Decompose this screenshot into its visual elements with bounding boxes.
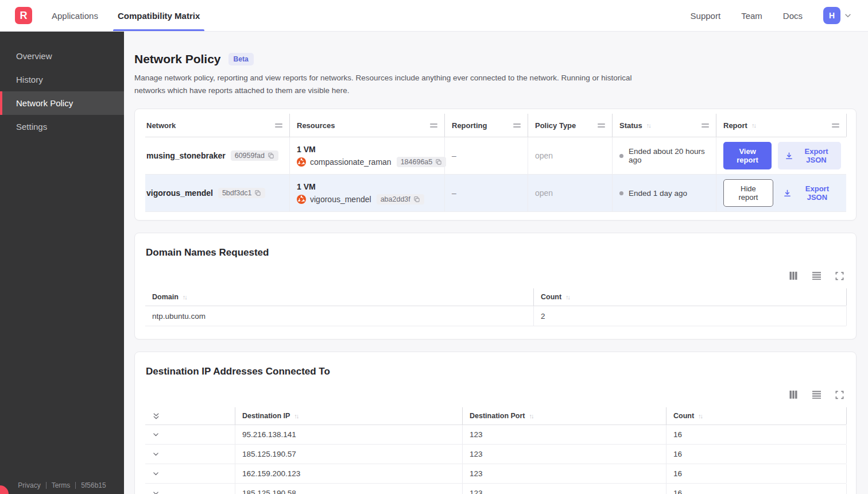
hash-badge[interactable]: 184696a5 [397,157,447,167]
hide-report-button[interactable]: Hide report [723,179,773,207]
column-header-report[interactable]: Report [716,114,847,137]
column-menu-icon[interactable] [274,121,284,130]
network-name: vigorous_mendel [146,188,213,198]
export-json-button[interactable]: Export JSON [780,179,841,207]
row-expander[interactable] [145,425,235,444]
column-header-resources[interactable]: Resources [290,114,445,137]
tab-compatibility-matrix[interactable]: Compatibility Matrix [118,0,200,31]
network-name: musing_stonebraker [146,151,226,160]
vm-count: 1 VM [297,182,316,191]
dest-ip-card: Destination IP Addresses Connected To De… [134,352,857,494]
copy-icon[interactable] [435,159,442,165]
copy-icon[interactable] [254,190,261,196]
column-header-destination-port[interactable]: Destination Port [463,407,666,424]
column-header-status[interactable]: Status [613,114,716,137]
chevron-down-icon[interactable] [152,489,160,494]
row-expander[interactable] [145,484,235,494]
count-cell: 16 [666,425,847,444]
column-menu-icon[interactable] [596,121,606,130]
reporting-cell: – [445,175,528,211]
export-json-button[interactable]: Export JSON [778,142,841,169]
domains-toolbar [145,271,844,280]
resources-cell: 1 VM vigorous_mendel aba2dd3f [290,175,445,211]
copy-icon[interactable] [413,196,420,203]
sidebar-footer: Privacy Terms 5f56b15 [0,481,124,489]
chevron-down-icon[interactable] [152,450,160,458]
row-expander[interactable] [145,445,235,464]
density-icon[interactable] [812,390,822,399]
ubuntu-icon [297,157,306,167]
topbar: R Applications Compatibility Matrix Supp… [0,0,868,32]
dest-ip-row: 162.159.200.123 123 16 [145,464,846,484]
team-link[interactable]: Team [741,11,762,21]
ip-cell: 162.159.200.123 [235,464,463,483]
column-header-count[interactable]: Count [534,288,847,306]
sort-icon[interactable] [529,412,533,419]
network-row: musing_stonebraker 60959fad 1 VM compass… [145,137,846,175]
status-dot-icon [619,154,623,158]
sort-icon[interactable] [565,294,569,300]
row-expander[interactable] [145,464,235,483]
policy-type-cell: open [528,137,613,174]
sort-icon[interactable] [751,122,755,129]
sidebar-item-settings[interactable]: Settings [0,115,124,138]
support-link[interactable]: Support [691,11,721,21]
reporting-cell: – [445,137,528,174]
app-logo[interactable]: R [15,7,32,24]
count-cell: 16 [666,464,847,483]
avatar[interactable]: H [823,7,840,24]
columns-icon[interactable] [789,390,798,399]
column-header-domain[interactable]: Domain [145,288,534,306]
hash-badge[interactable]: 60959fad [231,150,278,161]
fullscreen-icon[interactable] [835,272,844,280]
ubuntu-icon [297,195,306,204]
tab-applications[interactable]: Applications [52,0,98,31]
privacy-link[interactable]: Privacy [18,481,40,489]
column-header-destination-ip[interactable]: Destination IP [235,407,463,424]
page-title: Network Policy [134,52,221,66]
status-cell: Ended 1 day ago [613,175,716,211]
chevron-down-icon [844,11,852,20]
hash-badge[interactable]: 5bdf3dc1 [218,188,265,198]
column-header-count[interactable]: Count [666,407,847,424]
view-report-button[interactable]: View report [723,142,772,169]
network-cell: musing_stonebraker 60959fad [145,137,290,174]
double-chevron-down-icon[interactable] [152,412,160,420]
user-menu[interactable]: H [823,7,852,24]
sidebar-item-history[interactable]: History [0,68,124,91]
port-cell: 123 [463,484,666,494]
sort-icon[interactable] [294,412,298,419]
report-cell: Hide report Export JSON [716,175,847,211]
sort-icon[interactable] [698,412,702,419]
fullscreen-icon[interactable] [835,391,844,399]
copy-icon[interactable] [268,152,274,159]
column-header-network[interactable]: Network [145,114,290,137]
topbar-right: Support Team Docs H [691,7,852,24]
domains-card: Domain Names Requested Domain Count nt [134,233,857,339]
column-menu-icon[interactable] [831,121,840,130]
sidebar-item-overview[interactable]: Overview [0,44,124,68]
dest-ip-row: 95.216.138.141 123 16 [145,425,846,445]
sort-icon[interactable] [646,122,650,129]
column-menu-icon[interactable] [512,121,522,130]
divider [46,482,46,489]
density-icon[interactable] [812,271,822,280]
column-header-policy-type[interactable]: Policy Type [528,114,613,137]
hash-badge[interactable]: aba2dd3f [377,194,424,204]
sidebar-item-network-policy[interactable]: Network Policy [0,91,124,115]
column-header-reporting[interactable]: Reporting [445,114,528,137]
docs-link[interactable]: Docs [783,11,803,21]
policy-type-cell: open [528,175,613,211]
chevron-down-icon[interactable] [152,470,160,477]
sort-icon[interactable] [183,294,187,300]
chevron-down-icon[interactable] [152,431,160,438]
column-menu-icon[interactable] [429,121,439,130]
columns-icon[interactable] [789,271,798,280]
dest-ip-card-title: Destination IP Addresses Connected To [145,366,846,377]
download-icon [785,152,793,160]
domains-table-header: Domain Count [145,288,846,306]
terms-link[interactable]: Terms [52,481,71,489]
expand-all-header[interactable] [145,407,235,424]
domains-card-title: Domain Names Requested [145,247,846,258]
column-menu-icon[interactable] [700,121,710,130]
